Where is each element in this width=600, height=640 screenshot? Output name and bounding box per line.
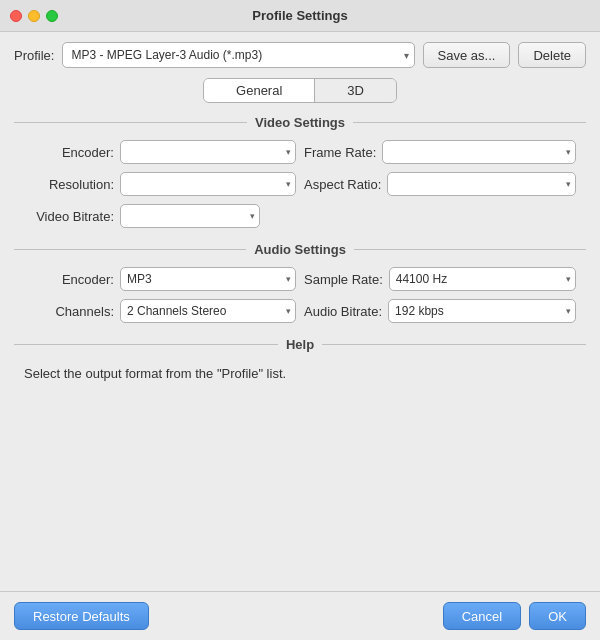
tab-3d[interactable]: 3D	[315, 79, 396, 102]
restore-defaults-button[interactable]: Restore Defaults	[14, 602, 149, 630]
close-button[interactable]	[10, 10, 22, 22]
audio-settings-header: Audio Settings	[14, 242, 586, 257]
audio-settings-line-right	[354, 249, 586, 250]
tab-group: General 3D	[203, 78, 397, 103]
aspect-ratio-select-wrapper: ▾	[387, 172, 576, 196]
video-settings-header: Video Settings	[14, 115, 586, 130]
profile-row: Profile: MP3 - MPEG Layer-3 Audio (*.mp3…	[14, 42, 586, 68]
sample-rate-select[interactable]: 44100 Hz	[389, 267, 576, 291]
video-bitrate-row: Video Bitrate: ▾	[14, 204, 586, 228]
audio-bitrate-select-wrapper: 192 kbps ▾	[388, 299, 576, 323]
resolution-select[interactable]	[120, 172, 296, 196]
traffic-lights	[10, 10, 58, 22]
window-title: Profile Settings	[252, 8, 347, 23]
channels-select-wrapper: 2 Channels Stereo ▾	[120, 299, 296, 323]
help-line-left	[14, 344, 278, 345]
frame-rate-select-wrapper: ▾	[382, 140, 576, 164]
encoder-select-wrapper: ▾	[120, 140, 296, 164]
sample-rate-field: Sample Rate: 44100 Hz ▾	[304, 267, 576, 291]
minimize-button[interactable]	[28, 10, 40, 22]
ok-button[interactable]: OK	[529, 602, 586, 630]
tab-general[interactable]: General	[204, 79, 315, 102]
audio-settings-line-left	[14, 249, 246, 250]
resolution-field: Resolution: ▾	[24, 172, 296, 196]
sample-rate-select-wrapper: 44100 Hz ▾	[389, 267, 576, 291]
video-settings-grid: Encoder: ▾ Frame Rate: ▾	[14, 140, 586, 196]
audio-encoder-label: Encoder:	[24, 272, 114, 287]
encoder-select[interactable]	[120, 140, 296, 164]
audio-bitrate-field: Audio Bitrate: 192 kbps ▾	[304, 299, 576, 323]
audio-bitrate-select[interactable]: 192 kbps	[388, 299, 576, 323]
profile-label: Profile:	[14, 48, 54, 63]
video-bitrate-select[interactable]	[120, 204, 260, 228]
help-header: Help	[14, 337, 586, 352]
video-settings-line-left	[14, 122, 247, 123]
maximize-button[interactable]	[46, 10, 58, 22]
video-settings-section: Video Settings Encoder: ▾ Frame Rate:	[14, 115, 586, 228]
resolution-label: Resolution:	[24, 177, 114, 192]
frame-rate-select[interactable]	[382, 140, 576, 164]
video-settings-line-right	[353, 122, 586, 123]
delete-button[interactable]: Delete	[518, 42, 586, 68]
profile-select[interactable]: MP3 - MPEG Layer-3 Audio (*.mp3)	[62, 42, 414, 68]
encoder-label: Encoder:	[24, 145, 114, 160]
footer-right-buttons: Cancel OK	[443, 602, 586, 630]
frame-rate-label: Frame Rate:	[304, 145, 376, 160]
aspect-ratio-field: Aspect Ratio: ▾	[304, 172, 576, 196]
aspect-ratio-select[interactable]	[387, 172, 576, 196]
audio-encoder-select[interactable]: MP3	[120, 267, 296, 291]
video-settings-title: Video Settings	[255, 115, 345, 130]
audio-encoder-field: Encoder: MP3 ▾	[24, 267, 296, 291]
audio-settings-title: Audio Settings	[254, 242, 346, 257]
video-bitrate-label: Video Bitrate:	[24, 209, 114, 224]
audio-settings-section: Audio Settings Encoder: MP3 ▾ Sample Rat…	[14, 242, 586, 323]
video-bitrate-select-wrapper: ▾	[120, 204, 260, 228]
title-bar: Profile Settings	[0, 0, 600, 32]
aspect-ratio-label: Aspect Ratio:	[304, 177, 381, 192]
frame-rate-field: Frame Rate: ▾	[304, 140, 576, 164]
help-title: Help	[286, 337, 314, 352]
tab-bar: General 3D	[14, 78, 586, 103]
audio-bitrate-label: Audio Bitrate:	[304, 304, 382, 319]
main-content: Profile: MP3 - MPEG Layer-3 Audio (*.mp3…	[0, 32, 600, 385]
cancel-button[interactable]: Cancel	[443, 602, 521, 630]
sample-rate-label: Sample Rate:	[304, 272, 383, 287]
resolution-select-wrapper: ▾	[120, 172, 296, 196]
encoder-field: Encoder: ▾	[24, 140, 296, 164]
channels-field: Channels: 2 Channels Stereo ▾	[24, 299, 296, 323]
channels-label: Channels:	[24, 304, 114, 319]
save-as-button[interactable]: Save as...	[423, 42, 511, 68]
help-section: Help Select the output format from the "…	[14, 337, 586, 385]
audio-encoder-select-wrapper: MP3 ▾	[120, 267, 296, 291]
help-line-right	[322, 344, 586, 345]
audio-settings-grid: Encoder: MP3 ▾ Sample Rate: 44100 Hz ▾	[14, 267, 586, 323]
footer: Restore Defaults Cancel OK	[0, 591, 600, 640]
profile-select-wrapper: MP3 - MPEG Layer-3 Audio (*.mp3) ▾	[62, 42, 414, 68]
channels-select[interactable]: 2 Channels Stereo	[120, 299, 296, 323]
help-text: Select the output format from the "Profi…	[14, 362, 586, 385]
